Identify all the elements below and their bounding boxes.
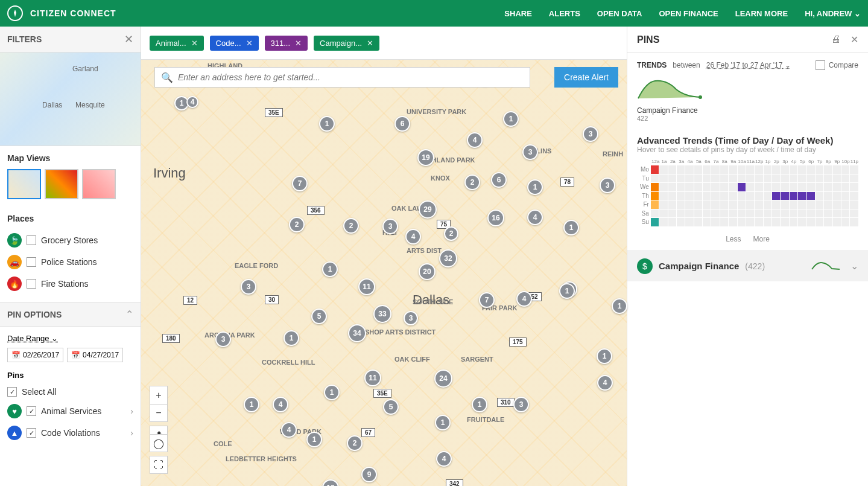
heatmap-cell[interactable]: [746, 192, 754, 200]
heatmap-cell[interactable]: [833, 174, 841, 183]
map-cluster[interactable]: 4: [273, 397, 288, 412]
heatmap-cell[interactable]: [850, 165, 858, 174]
map-cluster[interactable]: 2: [289, 217, 305, 232]
heatmap-cell[interactable]: [764, 183, 771, 191]
heatmap-cell[interactable]: [755, 192, 762, 200]
heatmap-cell[interactable]: [764, 165, 771, 174]
map-cluster[interactable]: 3: [522, 144, 538, 160]
heatmap-cell[interactable]: [677, 165, 685, 174]
select-all-row[interactable]: ✓ Select All: [7, 383, 133, 400]
heatmap-cell[interactable]: [711, 200, 719, 209]
heatmap-cell[interactable]: [651, 209, 659, 218]
heatmap-cell[interactable]: [659, 165, 667, 174]
heatmap-cell[interactable]: [651, 165, 659, 174]
heatmap-cell[interactable]: [746, 165, 754, 174]
zoom-out-button[interactable]: −: [150, 404, 168, 422]
heatmap-cell[interactable]: [850, 218, 858, 226]
heatmap-cell[interactable]: [798, 218, 806, 226]
heatmap-cell[interactable]: [677, 200, 685, 209]
trends-date-range[interactable]: 26 Feb '17 to 27 Apr '17 ⌄: [706, 61, 791, 69]
map-cluster[interactable]: 7: [292, 176, 308, 191]
heatmap-cell[interactable]: [798, 192, 806, 200]
map-cluster[interactable]: 2: [347, 435, 363, 451]
heatmap-cell[interactable]: [850, 183, 858, 191]
heatmap-cell[interactable]: [729, 218, 737, 226]
heatmap-cell[interactable]: [824, 200, 832, 209]
heatmap-cell[interactable]: [720, 192, 728, 200]
heatmap-cell[interactable]: [841, 200, 849, 209]
heatmap-cell[interactable]: [816, 174, 823, 183]
map-cluster[interactable]: 7: [479, 292, 495, 308]
map-cluster[interactable]: 4: [436, 451, 452, 467]
map-cluster[interactable]: 3: [513, 397, 529, 412]
heatmap-cell[interactable]: [824, 218, 832, 226]
map-cluster[interactable]: 1: [284, 330, 299, 346]
heatmap-cell[interactable]: [694, 209, 702, 218]
heatmap-cell[interactable]: [781, 192, 788, 200]
heatmap-cell[interactable]: [772, 200, 780, 209]
heatmap-cell[interactable]: [790, 209, 797, 218]
filter-chip[interactable]: Code...✕: [210, 36, 259, 51]
heatmap-cell[interactable]: [703, 183, 711, 191]
heatmap-cell[interactable]: [764, 174, 771, 183]
heatmap-cell[interactable]: [841, 174, 849, 183]
map-cluster[interactable]: 20: [419, 263, 436, 280]
heatmap-cell[interactable]: [790, 192, 797, 200]
locate-button[interactable]: ◯: [150, 434, 168, 452]
heatmap-cell[interactable]: [807, 174, 815, 183]
chip-remove-icon[interactable]: ✕: [191, 39, 198, 48]
heatmap-cell[interactable]: [746, 174, 754, 183]
heatmap-cell[interactable]: [824, 209, 832, 218]
heatmap-cell[interactable]: [755, 165, 762, 174]
map-cluster[interactable]: 3: [404, 311, 418, 325]
heatmap-cell[interactable]: [711, 218, 719, 226]
map-cluster[interactable]: 32: [439, 249, 457, 267]
heatmap-cell[interactable]: [807, 200, 815, 209]
map-cluster[interactable]: 3: [215, 331, 231, 347]
compare-checkbox[interactable]: [816, 60, 825, 70]
heatmap-cell[interactable]: [720, 209, 728, 218]
heatmap-cell[interactable]: [755, 200, 762, 209]
close-filters-icon[interactable]: ✕: [124, 33, 133, 46]
map-view-choropleth[interactable]: [82, 169, 116, 199]
heatmap-cell[interactable]: [746, 183, 754, 191]
heatmap-cell[interactable]: [685, 200, 693, 209]
heatmap-cell[interactable]: [850, 174, 858, 183]
map-cluster[interactable]: 4: [516, 291, 532, 307]
place-checkbox[interactable]: [27, 235, 36, 245]
heatmap-cell[interactable]: [798, 174, 806, 183]
heatmap-cell[interactable]: [720, 218, 728, 226]
heatmap-cell[interactable]: [755, 174, 762, 183]
heatmap-cell[interactable]: [841, 209, 849, 218]
print-icon[interactable]: 🖨: [831, 34, 841, 45]
heatmap-cell[interactable]: [781, 165, 788, 174]
heatmap-cell[interactable]: [738, 200, 746, 209]
heatmap-cell[interactable]: [833, 192, 841, 200]
nav-share[interactable]: SHARE: [504, 9, 532, 18]
heatmap-cell[interactable]: [720, 183, 728, 191]
nav-user-menu[interactable]: HI, ANDREW ⌄: [805, 9, 861, 18]
heatmap-cell[interactable]: [816, 209, 823, 218]
nav-alerts[interactable]: ALERTS: [549, 9, 580, 18]
heatmap-cell[interactable]: [703, 165, 711, 174]
heatmap-cell[interactable]: [790, 183, 797, 191]
heatmap-cell[interactable]: [850, 209, 858, 218]
map-cluster[interactable]: 1: [563, 220, 579, 235]
heatmap-cell[interactable]: [781, 200, 788, 209]
heatmap-cell[interactable]: [711, 209, 719, 218]
map-cluster[interactable]: 3: [583, 126, 598, 142]
heatmap-cell[interactable]: [668, 192, 676, 200]
overview-mini-map[interactable]: GarlandDallasMesquite: [0, 53, 141, 146]
heatmap-cell[interactable]: [738, 183, 746, 191]
date-to-input[interactable]: 📅04/27/2017: [67, 348, 123, 362]
heatmap-cell[interactable]: [668, 174, 676, 183]
heatmap-cell[interactable]: [711, 192, 719, 200]
zoom-in-button[interactable]: +: [150, 386, 168, 404]
heatmap-cell[interactable]: [798, 183, 806, 191]
map-cluster[interactable]: 16: [487, 209, 504, 226]
heatmap-cell[interactable]: [833, 209, 841, 218]
heatmap-cell[interactable]: [841, 192, 849, 200]
chip-remove-icon[interactable]: ✕: [367, 39, 373, 48]
heatmap-cell[interactable]: [703, 200, 711, 209]
map-cluster[interactable]: 11: [364, 369, 381, 386]
